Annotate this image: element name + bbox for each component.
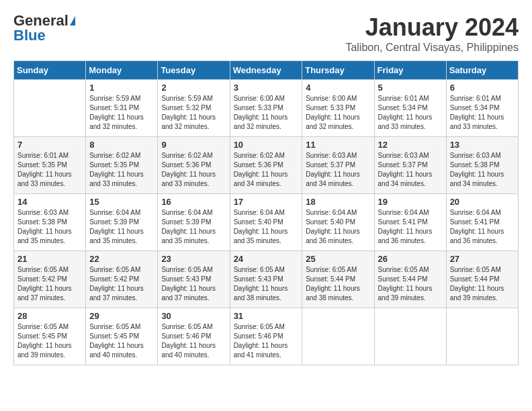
- day-number: 5: [378, 83, 443, 93]
- day-number: 14: [17, 197, 82, 207]
- weekday-header-saturday: Saturday: [446, 61, 518, 80]
- calendar-week-row: 14Sunrise: 6:03 AMSunset: 5:38 PMDayligh…: [14, 194, 519, 251]
- calendar-cell: 13Sunrise: 6:03 AMSunset: 5:38 PMDayligh…: [446, 137, 518, 194]
- day-info: Sunrise: 6:05 AMSunset: 5:44 PMDaylight:…: [450, 266, 504, 302]
- day-number: 16: [161, 197, 226, 207]
- calendar-cell: 22Sunrise: 6:05 AMSunset: 5:42 PMDayligh…: [86, 251, 158, 308]
- calendar-week-row: 7Sunrise: 6:01 AMSunset: 5:35 PMDaylight…: [14, 137, 519, 194]
- day-info: Sunrise: 6:02 AMSunset: 5:36 PMDaylight:…: [161, 152, 216, 187]
- calendar-cell: 20Sunrise: 6:04 AMSunset: 5:41 PMDayligh…: [446, 194, 518, 251]
- day-number: 7: [17, 140, 82, 150]
- calendar-cell: 29Sunrise: 6:05 AMSunset: 5:45 PMDayligh…: [86, 308, 158, 365]
- day-number: 11: [306, 140, 370, 150]
- calendar-table: SundayMondayTuesdayWednesdayThursdayFrid…: [13, 60, 519, 365]
- logo-text: General: [13, 13, 75, 28]
- day-info: Sunrise: 6:03 AMSunset: 5:37 PMDaylight:…: [306, 152, 360, 187]
- calendar-cell: 24Sunrise: 6:05 AMSunset: 5:43 PMDayligh…: [230, 251, 302, 308]
- weekday-header-wednesday: Wednesday: [230, 61, 302, 80]
- day-number: 1: [89, 83, 154, 93]
- day-number: 6: [450, 83, 515, 93]
- calendar-cell: 30Sunrise: 6:05 AMSunset: 5:46 PMDayligh…: [158, 308, 230, 365]
- calendar-cell: 18Sunrise: 6:04 AMSunset: 5:40 PMDayligh…: [302, 194, 374, 251]
- calendar-cell: 5Sunrise: 6:01 AMSunset: 5:34 PMDaylight…: [374, 80, 446, 137]
- calendar-cell: [14, 80, 86, 137]
- day-number: 17: [234, 197, 299, 207]
- day-number: 22: [89, 254, 154, 264]
- day-info: Sunrise: 6:04 AMSunset: 5:40 PMDaylight:…: [234, 209, 288, 244]
- day-number: 23: [161, 254, 226, 264]
- day-info: Sunrise: 6:05 AMSunset: 5:46 PMDaylight:…: [234, 323, 288, 359]
- calendar-cell: 12Sunrise: 6:03 AMSunset: 5:37 PMDayligh…: [374, 137, 446, 194]
- weekday-header-friday: Friday: [374, 61, 446, 80]
- calendar-cell: 23Sunrise: 6:05 AMSunset: 5:43 PMDayligh…: [158, 251, 230, 308]
- day-number: 24: [234, 254, 299, 264]
- day-info: Sunrise: 6:04 AMSunset: 5:39 PMDaylight:…: [161, 209, 216, 244]
- day-info: Sunrise: 6:01 AMSunset: 5:34 PMDaylight:…: [450, 95, 504, 130]
- day-number: 25: [306, 254, 370, 264]
- day-info: Sunrise: 6:03 AMSunset: 5:38 PMDaylight:…: [17, 209, 72, 244]
- calendar-cell: 21Sunrise: 6:05 AMSunset: 5:42 PMDayligh…: [14, 251, 86, 308]
- day-info: Sunrise: 5:59 AMSunset: 5:32 PMDaylight:…: [161, 95, 216, 130]
- day-number: 20: [450, 197, 515, 207]
- day-number: 13: [450, 140, 515, 150]
- calendar-week-row: 21Sunrise: 6:05 AMSunset: 5:42 PMDayligh…: [14, 251, 519, 308]
- day-info: Sunrise: 6:01 AMSunset: 5:35 PMDaylight:…: [17, 152, 72, 187]
- day-info: Sunrise: 6:04 AMSunset: 5:39 PMDaylight:…: [89, 209, 144, 244]
- day-info: Sunrise: 6:02 AMSunset: 5:35 PMDaylight:…: [89, 152, 144, 187]
- day-info: Sunrise: 6:05 AMSunset: 5:44 PMDaylight:…: [378, 266, 433, 302]
- title-section: January 2024 Talibon, Central Visayas, P…: [345, 13, 519, 54]
- day-info: Sunrise: 6:05 AMSunset: 5:42 PMDaylight:…: [89, 266, 144, 302]
- calendar-cell: 31Sunrise: 6:05 AMSunset: 5:46 PMDayligh…: [230, 308, 302, 365]
- calendar-cell: 3Sunrise: 6:00 AMSunset: 5:33 PMDaylight…: [230, 80, 302, 137]
- day-number: 19: [378, 197, 443, 207]
- calendar-cell: 10Sunrise: 6:02 AMSunset: 5:36 PMDayligh…: [230, 137, 302, 194]
- day-number: 4: [306, 83, 370, 93]
- calendar-cell: 9Sunrise: 6:02 AMSunset: 5:36 PMDaylight…: [158, 137, 230, 194]
- weekday-header-monday: Monday: [86, 61, 158, 80]
- calendar-cell: 4Sunrise: 6:00 AMSunset: 5:33 PMDaylight…: [302, 80, 374, 137]
- calendar-cell: 25Sunrise: 6:05 AMSunset: 5:44 PMDayligh…: [302, 251, 374, 308]
- day-number: 30: [161, 311, 226, 321]
- weekday-header-tuesday: Tuesday: [158, 61, 230, 80]
- day-info: Sunrise: 6:05 AMSunset: 5:45 PMDaylight:…: [17, 323, 72, 359]
- day-number: 18: [306, 197, 370, 207]
- calendar-cell: 26Sunrise: 6:05 AMSunset: 5:44 PMDayligh…: [374, 251, 446, 308]
- calendar-cell: 7Sunrise: 6:01 AMSunset: 5:35 PMDaylight…: [14, 137, 86, 194]
- calendar-cell: 19Sunrise: 6:04 AMSunset: 5:41 PMDayligh…: [374, 194, 446, 251]
- weekday-header-sunday: Sunday: [14, 61, 86, 80]
- day-info: Sunrise: 6:05 AMSunset: 5:43 PMDaylight:…: [234, 266, 288, 302]
- day-info: Sunrise: 6:03 AMSunset: 5:37 PMDaylight:…: [378, 152, 433, 187]
- day-number: 21: [17, 254, 82, 264]
- calendar-cell: 11Sunrise: 6:03 AMSunset: 5:37 PMDayligh…: [302, 137, 374, 194]
- location-title: Talibon, Central Visayas, Philippines: [345, 42, 519, 54]
- day-info: Sunrise: 6:01 AMSunset: 5:34 PMDaylight:…: [378, 95, 433, 130]
- calendar-cell: 6Sunrise: 6:01 AMSunset: 5:34 PMDaylight…: [446, 80, 518, 137]
- day-number: 28: [17, 311, 82, 321]
- calendar-cell: 8Sunrise: 6:02 AMSunset: 5:35 PMDaylight…: [86, 137, 158, 194]
- day-number: 27: [450, 254, 515, 264]
- day-number: 26: [378, 254, 443, 264]
- day-info: Sunrise: 6:05 AMSunset: 5:44 PMDaylight:…: [306, 266, 360, 302]
- day-number: 31: [234, 311, 299, 321]
- calendar-cell: [374, 308, 446, 365]
- day-info: Sunrise: 6:05 AMSunset: 5:42 PMDaylight:…: [17, 266, 72, 302]
- day-info: Sunrise: 5:59 AMSunset: 5:31 PMDaylight:…: [89, 95, 144, 130]
- day-info: Sunrise: 6:04 AMSunset: 5:40 PMDaylight:…: [306, 209, 360, 244]
- day-number: 15: [89, 197, 154, 207]
- day-info: Sunrise: 6:04 AMSunset: 5:41 PMDaylight:…: [378, 209, 433, 244]
- calendar-cell: 27Sunrise: 6:05 AMSunset: 5:44 PMDayligh…: [446, 251, 518, 308]
- calendar-week-row: 1Sunrise: 5:59 AMSunset: 5:31 PMDaylight…: [14, 80, 519, 137]
- day-number: 8: [89, 140, 154, 150]
- day-number: 12: [378, 140, 443, 150]
- weekday-header-thursday: Thursday: [302, 61, 374, 80]
- day-info: Sunrise: 6:05 AMSunset: 5:45 PMDaylight:…: [89, 323, 144, 359]
- day-number: 29: [89, 311, 154, 321]
- day-info: Sunrise: 6:00 AMSunset: 5:33 PMDaylight:…: [306, 95, 360, 130]
- day-number: 9: [161, 140, 226, 150]
- calendar-cell: 28Sunrise: 6:05 AMSunset: 5:45 PMDayligh…: [14, 308, 86, 365]
- calendar-cell: 16Sunrise: 6:04 AMSunset: 5:39 PMDayligh…: [158, 194, 230, 251]
- calendar-week-row: 28Sunrise: 6:05 AMSunset: 5:45 PMDayligh…: [14, 308, 519, 365]
- day-info: Sunrise: 6:02 AMSunset: 5:36 PMDaylight:…: [234, 152, 288, 187]
- day-info: Sunrise: 6:05 AMSunset: 5:46 PMDaylight:…: [161, 323, 216, 359]
- day-number: 2: [161, 83, 226, 93]
